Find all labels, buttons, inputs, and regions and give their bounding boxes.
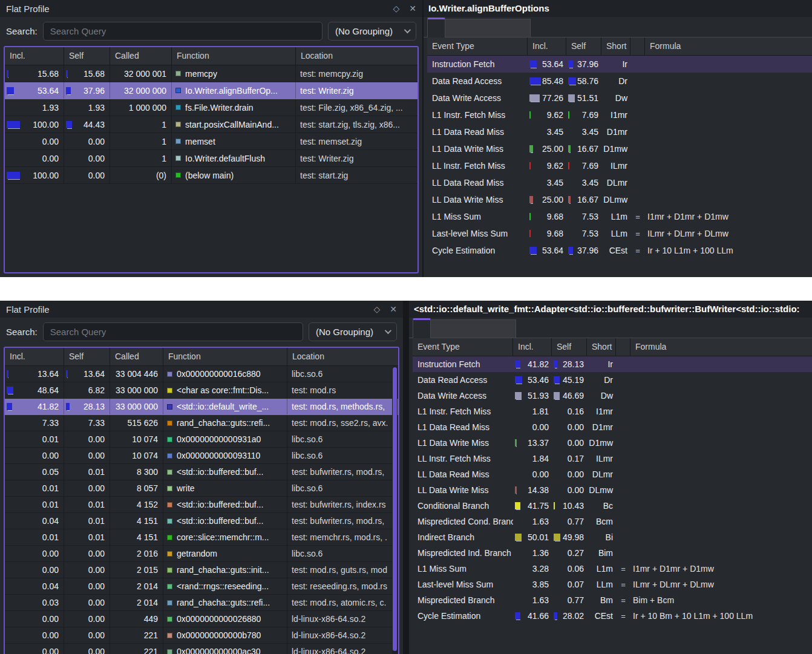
detail-tab[interactable] (479, 19, 496, 37)
column-header-location[interactable]: Location (287, 348, 398, 365)
function-row[interactable]: 1.93 1.93 1 000 000 fs.File.Writer.drain… (5, 99, 417, 116)
event-type-row[interactable]: Conditional Branch 41.75 10.43 Bc (413, 498, 812, 514)
column-header-self[interactable]: Self (552, 338, 587, 356)
function-row[interactable]: 53.64 37.96 32 000 000 Io.Writer.alignBu… (5, 82, 417, 99)
column-header-self[interactable]: Self (64, 47, 110, 65)
column-header-incl[interactable]: Incl. (513, 338, 552, 356)
detail-tab[interactable] (445, 19, 462, 37)
column-header-formula[interactable]: Formula (630, 338, 812, 356)
event-type-row[interactable]: LL Data Read Miss 0.00 0.00 DLmr (413, 466, 812, 482)
event-type-cell: Data Read Access (413, 375, 513, 385)
column-header-function[interactable]: Function (163, 348, 287, 365)
float-panel-icon[interactable]: ◇ (373, 304, 380, 314)
function-row[interactable]: 0.00 0.00 1 memset test: memset.zig (5, 133, 417, 150)
event-type-row[interactable]: L1 Data Read Miss 0.00 0.00 D1mr (413, 419, 812, 435)
function-row[interactable]: 0.00 0.00 2 016 getrandom libc.so.6 (5, 546, 398, 562)
event-type-row[interactable]: L1 Miss Sum 3.28 0.06 L1m = I1mr + D1mr … (413, 561, 812, 577)
function-row[interactable]: 0.05 0.01 8 300 <std::io::buffered::buf.… (5, 464, 398, 480)
event-type-row[interactable]: L1 Data Read Miss 3.45 3.45 D1mr (427, 123, 812, 140)
column-header-called[interactable]: Called (110, 348, 163, 365)
detail-tab[interactable] (496, 19, 513, 37)
close-icon[interactable]: ✕ (390, 304, 397, 314)
function-row[interactable]: 7.33 7.33 515 626 rand_chacha::guts::ref… (5, 415, 398, 431)
event-type-row[interactable]: Mispredicted Ind. Branch 1.36 0.27 Bim (413, 545, 812, 561)
event-type-row[interactable]: Cycle Estimation 53.64 37.96 CEst = Ir +… (427, 242, 812, 259)
function-row[interactable]: 41.82 28.13 33 000 000 <std::io::default… (5, 399, 398, 415)
function-row[interactable]: 0.00 0.00 10 074 0x0000000000093110 libc… (5, 448, 398, 464)
function-row[interactable]: 0.00 0.00 221 0x000000000000ac30 ld-linu… (5, 644, 398, 654)
column-header-incl[interactable]: Incl. (5, 47, 64, 65)
function-row[interactable]: 0.01 0.00 8 057 write libc.so.6 (5, 480, 398, 497)
float-panel-icon[interactable]: ◇ (393, 4, 399, 13)
column-header-event-type[interactable]: Event Type (413, 338, 513, 356)
column-header-self[interactable]: Self (566, 38, 601, 55)
event-type-row[interactable]: LL Data Read Miss 3.45 3.45 DLmr (427, 174, 812, 191)
search-input[interactable] (43, 22, 323, 41)
detail-tab[interactable] (431, 319, 448, 338)
detail-tab[interactable] (465, 319, 482, 338)
function-row[interactable]: 0.04 0.01 4 151 <std::io::buffered::buf.… (5, 513, 398, 529)
function-row[interactable]: 15.68 15.68 32 000 001 memcpy test: memc… (5, 65, 417, 82)
detail-tab[interactable] (427, 18, 445, 38)
detail-tab[interactable] (462, 19, 479, 37)
column-header-called[interactable]: Called (110, 47, 172, 65)
search-row: Search: (No Grouping) (0, 17, 422, 45)
event-type-row[interactable]: Indirect Branch 50.01 49.98 Bi (413, 529, 812, 545)
grouping-dropdown[interactable]: (No Grouping) (309, 322, 397, 341)
event-type-row[interactable]: Data Read Access 85.48 58.76 Dr (427, 73, 812, 90)
event-type-row[interactable]: Data Write Access 77.26 51.51 Dw (427, 90, 812, 106)
function-row[interactable]: 0.04 0.00 2 014 <rand::rngs::reseeding..… (5, 578, 398, 595)
function-row[interactable]: 13.64 13.64 33 004 446 0x000000000016c88… (5, 366, 398, 382)
event-type-row[interactable]: L1 Data Write Miss 25.00 16.67 D1mw (427, 140, 812, 157)
detail-tab[interactable] (413, 318, 431, 338)
function-cell: <std::io::buffered::buf... (163, 464, 287, 480)
function-row[interactable]: 0.00 0.00 1 Io.Writer.defaultFlush test:… (5, 150, 417, 167)
function-row[interactable]: 0.00 0.00 449 0x0000000000026880 ld-linu… (5, 611, 398, 627)
event-type-row[interactable]: L1 Data Write Miss 13.37 0.00 D1mw (413, 435, 812, 451)
detail-tab[interactable] (499, 319, 516, 338)
function-row[interactable]: 0.01 0.01 4 152 <std::io::buffered::buf.… (5, 497, 398, 513)
function-row[interactable]: 0.01 0.00 10 074 0x00000000000931a0 libc… (5, 431, 398, 448)
column-header-incl[interactable]: Incl. (528, 38, 566, 55)
event-type-row[interactable]: LL Instr. Fetch Miss 1.84 0.17 ILmr (413, 451, 812, 466)
self-cell: 0.77 (552, 517, 587, 526)
column-header-function[interactable]: Function (172, 47, 296, 65)
event-type-row[interactable]: Cycle Estimation 41.66 28.02 CEst = Ir +… (413, 608, 812, 624)
detail-tab[interactable] (448, 319, 465, 338)
event-type-row[interactable]: Mispredicted Branch 1.63 0.77 Bm = Bim +… (413, 592, 812, 608)
detail-tab[interactable] (513, 19, 531, 37)
function-row[interactable]: 48.64 6.82 33 000 000 <char as core::fmt… (5, 382, 398, 399)
column-header-self[interactable]: Self (64, 348, 110, 365)
event-type-row[interactable]: Data Write Access 51.93 46.69 Dw (413, 388, 812, 404)
event-type-row[interactable]: L1 Instr. Fetch Miss 1.81 0.16 I1mr (413, 404, 812, 419)
column-header-formula[interactable]: Formula (645, 38, 812, 55)
event-type-row[interactable]: Instruction Fetch 41.82 28.13 Ir (413, 356, 812, 372)
event-type-row[interactable]: LL Data Write Miss 14.38 0.00 DLmw (413, 482, 812, 498)
function-row[interactable]: 0.00 0.00 2 015 rand_chacha::guts::init.… (5, 562, 398, 578)
detail-tab[interactable] (482, 319, 499, 338)
function-row[interactable]: 100.00 0.00 (0) (below main) test: start… (5, 167, 417, 184)
event-type-row[interactable]: Last-level Miss Sum 3.85 0.07 LLm = ILmr… (413, 577, 812, 592)
scrollbar-thumb[interactable] (393, 367, 397, 651)
column-header-location[interactable]: Location (296, 47, 417, 65)
vertical-scrollbar[interactable] (392, 367, 398, 654)
event-type-row[interactable]: LL Data Write Miss 25.00 16.67 DLmw (427, 191, 812, 208)
event-type-row[interactable]: L1 Miss Sum 9.68 7.53 L1m = I1mr + D1mr … (427, 208, 812, 225)
event-type-row[interactable]: Last-level Miss Sum 9.68 7.53 LLm = ILmr… (427, 225, 812, 242)
grouping-dropdown[interactable]: (No Grouping) (328, 22, 416, 41)
column-header-short[interactable]: Short (601, 38, 630, 55)
event-type-row[interactable]: Data Read Access 53.46 45.19 Dr (413, 372, 812, 388)
column-header-event-type[interactable]: Event Type (427, 38, 528, 55)
function-row[interactable]: 0.01 0.01 4 151 core::slice::memchr::m..… (5, 529, 398, 546)
function-row[interactable]: 100.00 44.43 1 start.posixCallMainAnd...… (5, 116, 417, 133)
function-row[interactable]: 0.03 0.00 2 014 rand_chacha::guts::refi.… (5, 595, 398, 611)
event-type-row[interactable]: LL Instr. Fetch Miss 9.62 7.69 ILmr (427, 157, 812, 174)
close-icon[interactable]: ✕ (409, 4, 416, 13)
event-type-row[interactable]: L1 Instr. Fetch Miss 9.62 7.69 I1mr (427, 106, 812, 123)
function-row[interactable]: 0.00 0.00 221 0x000000000000b780 ld-linu… (5, 627, 398, 644)
column-header-short[interactable]: Short (587, 338, 616, 356)
column-header-incl[interactable]: Incl. (5, 348, 64, 365)
search-input[interactable] (43, 322, 303, 341)
event-type-row[interactable]: Instruction Fetch 53.64 37.96 Ir (427, 56, 812, 73)
event-type-row[interactable]: Mispredicted Cond. Branch 1.63 0.77 Bcm (413, 514, 812, 529)
